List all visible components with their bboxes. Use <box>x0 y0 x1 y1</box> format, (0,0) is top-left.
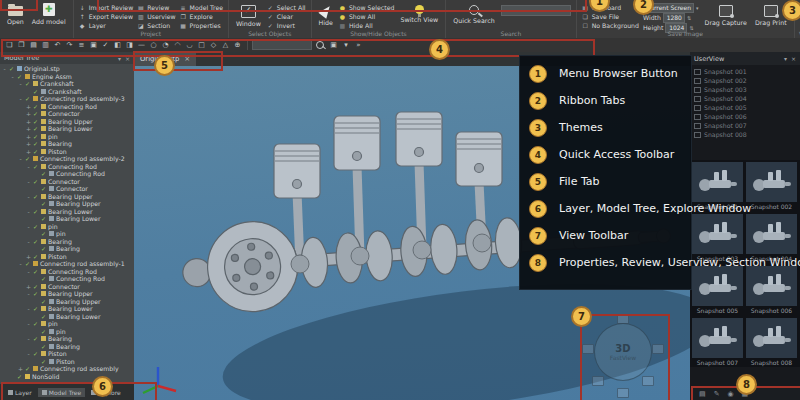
tree-toggle[interactable]: - <box>26 163 31 170</box>
ribbon-small-button[interactable]: ↓Import Review <box>79 3 134 11</box>
tree-item[interactable]: - Piston <box>0 350 134 358</box>
tree-item[interactable]: Connecting Rod <box>0 170 134 178</box>
tree-toggle[interactable]: + <box>26 133 31 140</box>
close-icon[interactable]: × <box>791 55 796 62</box>
checkmark-icon[interactable] <box>33 223 39 230</box>
toolbar-icon[interactable]: ▣ <box>88 41 99 49</box>
tree-toggle[interactable]: - <box>18 95 23 102</box>
tree-item[interactable]: + Bearing <box>0 140 134 148</box>
ribbon-small-button[interactable]: ≡Model Tree <box>180 3 223 11</box>
window-select-button[interactable]: Window <box>234 1 263 27</box>
tree-item[interactable]: Piston <box>0 358 134 366</box>
snapshot-thumbnail[interactable]: Snapshot 002 <box>746 162 797 211</box>
ribbon-small-button[interactable]: ✓Invert <box>267 21 306 29</box>
checkmark-icon[interactable] <box>33 305 39 312</box>
ribbon-small-button[interactable]: ■Hide All <box>339 21 395 29</box>
tree-toggle[interactable]: - <box>26 320 31 327</box>
checkmark-icon[interactable] <box>25 365 31 372</box>
tree-item[interactable]: - Connector <box>0 178 134 186</box>
toolbar-icon[interactable]: ▥ <box>40 41 51 49</box>
checkmark-icon[interactable] <box>41 343 47 350</box>
snapshot-list-item[interactable]: Snapshot 006 <box>694 112 800 121</box>
checkmark-icon[interactable] <box>33 178 39 185</box>
toolbar-icon[interactable]: ◔ <box>160 41 171 49</box>
checkmark-icon[interactable] <box>41 200 47 207</box>
ribbon-small-button[interactable]: ▤Review <box>137 3 175 11</box>
checkmark-icon[interactable] <box>25 260 31 267</box>
stepper-icon[interactable]: ⇅ <box>687 15 691 21</box>
checkmark-icon[interactable] <box>41 328 47 335</box>
tree-item[interactable]: - Connecting rod assembly-2 <box>0 155 134 163</box>
checkmark-icon[interactable] <box>41 170 47 177</box>
snapshot-list-item[interactable]: Snapshot 001 <box>694 67 800 76</box>
view-left-icon[interactable] <box>582 344 594 354</box>
tree-item[interactable]: Crankshaft <box>0 88 134 96</box>
toolbar-icon[interactable]: ◡ <box>184 41 195 49</box>
toolbar-icon[interactable]: ≡ <box>76 41 87 49</box>
tree-item[interactable]: - Bearing Lower <box>0 208 134 216</box>
image-chip-icon[interactable]: ▣ <box>328 41 339 49</box>
checkmark-icon[interactable] <box>33 133 39 140</box>
qat-search-box[interactable] <box>252 40 312 50</box>
tree-toggle[interactable]: - <box>18 260 23 267</box>
checkmark-icon[interactable] <box>33 238 39 245</box>
checkmark-icon[interactable] <box>33 350 39 357</box>
toolbar-icon[interactable]: ◨ <box>124 41 135 49</box>
tree-item[interactable]: pin <box>0 230 134 238</box>
snapshot-thumbnail[interactable]: Snapshot 008 <box>746 318 797 367</box>
tree-item[interactable]: - Connecting Rod <box>0 268 134 276</box>
tree-item[interactable]: - Crankshaft <box>0 80 134 88</box>
tree-item[interactable]: pin <box>0 328 134 336</box>
checkmark-icon[interactable] <box>33 125 39 132</box>
chevron-down-icon[interactable]: ▾ <box>343 41 349 49</box>
tree-toggle[interactable]: + <box>26 283 31 290</box>
close-icon[interactable]: × <box>125 55 130 62</box>
checkmark-icon[interactable] <box>33 110 39 117</box>
tree-toggle[interactable]: - <box>26 335 31 342</box>
tree-toggle[interactable]: + <box>18 365 23 372</box>
checkmark-icon[interactable] <box>41 230 47 237</box>
checkmark-icon[interactable] <box>33 290 39 297</box>
tree-toggle[interactable]: + <box>26 148 31 155</box>
checkmark-icon[interactable] <box>33 193 39 200</box>
tree-item[interactable]: Connecting Rod <box>0 275 134 283</box>
tree-toggle[interactable]: + <box>26 103 31 110</box>
checkmark-icon[interactable] <box>33 103 39 110</box>
pin-icon[interactable]: ▾ <box>784 55 787 62</box>
tree-toggle[interactable]: - <box>18 155 23 162</box>
toolbar-icon[interactable]: ✓ <box>100 41 111 49</box>
fastview-circle[interactable]: 3D FastView <box>594 323 652 381</box>
checkmark-icon[interactable] <box>33 208 39 215</box>
tree-item[interactable]: - Engine Assm <box>0 73 134 81</box>
ribbon-small-button[interactable]: ◆Layer <box>79 21 134 29</box>
tree-toggle[interactable]: - <box>26 208 31 215</box>
tree-item[interactable]: - Connecting Rod <box>0 163 134 171</box>
snapshot-thumbnail[interactable]: Snapshot 007 <box>692 318 743 367</box>
checkmark-icon[interactable] <box>17 73 23 80</box>
tree-toggle[interactable]: - <box>26 178 31 185</box>
switch-view-button[interactable]: Switch View <box>398 1 440 23</box>
tree-item[interactable]: Bearing <box>0 343 134 351</box>
panel-tab-icon[interactable]: ▤ <box>699 390 706 398</box>
checkmark-icon[interactable] <box>33 283 39 290</box>
ribbon-search-input[interactable] <box>501 5 571 16</box>
width-field[interactable]: 1280 <box>663 13 685 23</box>
tree-item[interactable]: + Piston <box>0 253 134 261</box>
toolbar-icon[interactable]: ▤ <box>28 41 39 49</box>
snapshot-thumbnail[interactable]: Snapshot 005 <box>692 266 743 315</box>
tree-toggle[interactable]: - <box>26 350 31 357</box>
tree-item[interactable]: - Bearing Upper <box>0 193 134 201</box>
tree-toggle[interactable]: - <box>26 268 31 275</box>
tree-item[interactable]: - Bearing <box>0 335 134 343</box>
tree-item[interactable]: - Connecting rod assembly-1 <box>0 260 134 268</box>
tree-toggle[interactable]: - <box>2 65 7 72</box>
toolbar-icon[interactable]: ◠ <box>172 41 183 49</box>
toolbar-icon[interactable]: □ <box>196 41 207 49</box>
checkmark-icon[interactable] <box>41 245 47 252</box>
toolbar-icon[interactable]: ◧ <box>112 41 123 49</box>
view-bottom-right-icon[interactable] <box>642 376 654 386</box>
tree-toggle[interactable]: + <box>26 140 31 147</box>
toolbar-icon[interactable]: ❐ <box>16 41 27 49</box>
tree-toggle[interactable]: - <box>26 223 31 230</box>
tree-item[interactable]: Bearing Lower <box>0 313 134 321</box>
